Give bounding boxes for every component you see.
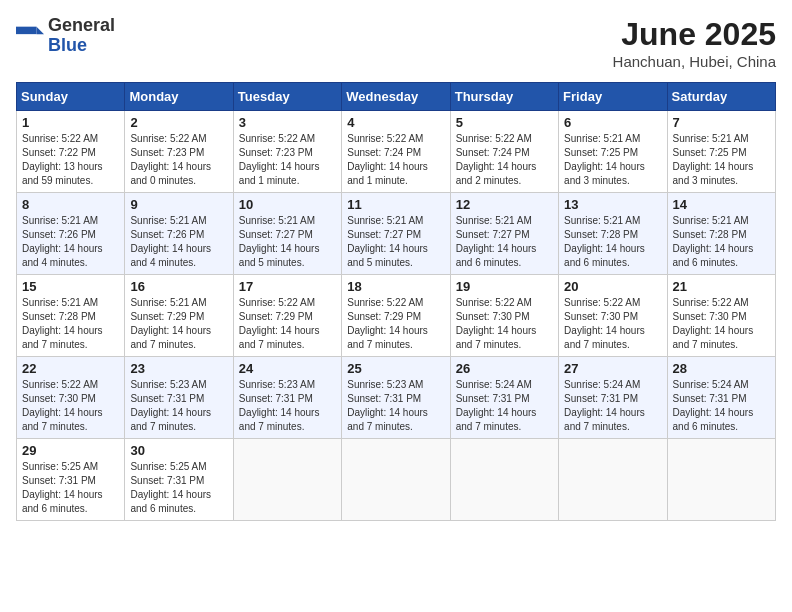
day-number: 9 <box>130 197 227 212</box>
day-detail: Sunrise: 5:22 AMSunset: 7:23 PMDaylight:… <box>130 133 211 186</box>
logo-text: General Blue <box>48 16 115 56</box>
day-number: 6 <box>564 115 661 130</box>
table-row: 1 Sunrise: 5:22 AMSunset: 7:22 PMDayligh… <box>17 111 125 193</box>
header-monday: Monday <box>125 83 233 111</box>
table-row: 2 Sunrise: 5:22 AMSunset: 7:23 PMDayligh… <box>125 111 233 193</box>
day-detail: Sunrise: 5:25 AMSunset: 7:31 PMDaylight:… <box>130 461 211 514</box>
table-row: 28 Sunrise: 5:24 AMSunset: 7:31 PMDaylig… <box>667 357 775 439</box>
table-row: 3 Sunrise: 5:22 AMSunset: 7:23 PMDayligh… <box>233 111 341 193</box>
day-detail: Sunrise: 5:21 AMSunset: 7:28 PMDaylight:… <box>673 215 754 268</box>
table-row: 19 Sunrise: 5:22 AMSunset: 7:30 PMDaylig… <box>450 275 558 357</box>
weekday-header-row: Sunday Monday Tuesday Wednesday Thursday… <box>17 83 776 111</box>
day-detail: Sunrise: 5:22 AMSunset: 7:29 PMDaylight:… <box>347 297 428 350</box>
day-detail: Sunrise: 5:21 AMSunset: 7:28 PMDaylight:… <box>22 297 103 350</box>
day-detail: Sunrise: 5:22 AMSunset: 7:22 PMDaylight:… <box>22 133 103 186</box>
day-number: 28 <box>673 361 770 376</box>
day-number: 14 <box>673 197 770 212</box>
day-detail: Sunrise: 5:22 AMSunset: 7:30 PMDaylight:… <box>456 297 537 350</box>
day-detail: Sunrise: 5:21 AMSunset: 7:29 PMDaylight:… <box>130 297 211 350</box>
calendar-row: 8 Sunrise: 5:21 AMSunset: 7:26 PMDayligh… <box>17 193 776 275</box>
logo-general: General <box>48 16 115 36</box>
table-row: 13 Sunrise: 5:21 AMSunset: 7:28 PMDaylig… <box>559 193 667 275</box>
day-number: 2 <box>130 115 227 130</box>
day-number: 4 <box>347 115 444 130</box>
table-row: 8 Sunrise: 5:21 AMSunset: 7:26 PMDayligh… <box>17 193 125 275</box>
day-detail: Sunrise: 5:21 AMSunset: 7:26 PMDaylight:… <box>22 215 103 268</box>
table-row: 18 Sunrise: 5:22 AMSunset: 7:29 PMDaylig… <box>342 275 450 357</box>
day-detail: Sunrise: 5:21 AMSunset: 7:27 PMDaylight:… <box>239 215 320 268</box>
logo-icon <box>16 22 44 50</box>
table-row: 4 Sunrise: 5:22 AMSunset: 7:24 PMDayligh… <box>342 111 450 193</box>
table-row: 20 Sunrise: 5:22 AMSunset: 7:30 PMDaylig… <box>559 275 667 357</box>
day-number: 17 <box>239 279 336 294</box>
logo-blue: Blue <box>48 36 115 56</box>
day-detail: Sunrise: 5:21 AMSunset: 7:27 PMDaylight:… <box>456 215 537 268</box>
day-detail: Sunrise: 5:24 AMSunset: 7:31 PMDaylight:… <box>456 379 537 432</box>
table-row: 5 Sunrise: 5:22 AMSunset: 7:24 PMDayligh… <box>450 111 558 193</box>
day-number: 20 <box>564 279 661 294</box>
table-row: 25 Sunrise: 5:23 AMSunset: 7:31 PMDaylig… <box>342 357 450 439</box>
day-number: 7 <box>673 115 770 130</box>
empty-cell <box>667 439 775 521</box>
header-tuesday: Tuesday <box>233 83 341 111</box>
day-number: 24 <box>239 361 336 376</box>
day-number: 11 <box>347 197 444 212</box>
day-detail: Sunrise: 5:22 AMSunset: 7:30 PMDaylight:… <box>22 379 103 432</box>
day-detail: Sunrise: 5:22 AMSunset: 7:30 PMDaylight:… <box>673 297 754 350</box>
day-number: 1 <box>22 115 119 130</box>
month-title: June 2025 <box>613 16 776 53</box>
day-detail: Sunrise: 5:24 AMSunset: 7:31 PMDaylight:… <box>564 379 645 432</box>
empty-cell <box>559 439 667 521</box>
day-detail: Sunrise: 5:23 AMSunset: 7:31 PMDaylight:… <box>130 379 211 432</box>
header-wednesday: Wednesday <box>342 83 450 111</box>
empty-cell <box>450 439 558 521</box>
calendar-row: 1 Sunrise: 5:22 AMSunset: 7:22 PMDayligh… <box>17 111 776 193</box>
day-number: 26 <box>456 361 553 376</box>
day-number: 29 <box>22 443 119 458</box>
day-number: 21 <box>673 279 770 294</box>
day-number: 12 <box>456 197 553 212</box>
table-row: 26 Sunrise: 5:24 AMSunset: 7:31 PMDaylig… <box>450 357 558 439</box>
table-row: 21 Sunrise: 5:22 AMSunset: 7:30 PMDaylig… <box>667 275 775 357</box>
day-number: 30 <box>130 443 227 458</box>
empty-cell <box>342 439 450 521</box>
header-sunday: Sunday <box>17 83 125 111</box>
svg-marker-0 <box>37 26 44 33</box>
table-row: 10 Sunrise: 5:21 AMSunset: 7:27 PMDaylig… <box>233 193 341 275</box>
day-detail: Sunrise: 5:21 AMSunset: 7:27 PMDaylight:… <box>347 215 428 268</box>
table-row: 24 Sunrise: 5:23 AMSunset: 7:31 PMDaylig… <box>233 357 341 439</box>
table-row: 6 Sunrise: 5:21 AMSunset: 7:25 PMDayligh… <box>559 111 667 193</box>
table-row: 12 Sunrise: 5:21 AMSunset: 7:27 PMDaylig… <box>450 193 558 275</box>
day-number: 18 <box>347 279 444 294</box>
day-number: 8 <box>22 197 119 212</box>
table-row: 23 Sunrise: 5:23 AMSunset: 7:31 PMDaylig… <box>125 357 233 439</box>
day-detail: Sunrise: 5:21 AMSunset: 7:25 PMDaylight:… <box>673 133 754 186</box>
table-row: 17 Sunrise: 5:22 AMSunset: 7:29 PMDaylig… <box>233 275 341 357</box>
day-number: 22 <box>22 361 119 376</box>
day-detail: Sunrise: 5:22 AMSunset: 7:24 PMDaylight:… <box>347 133 428 186</box>
logo: General Blue <box>16 16 115 56</box>
table-row: 30 Sunrise: 5:25 AMSunset: 7:31 PMDaylig… <box>125 439 233 521</box>
day-detail: Sunrise: 5:21 AMSunset: 7:28 PMDaylight:… <box>564 215 645 268</box>
day-detail: Sunrise: 5:21 AMSunset: 7:25 PMDaylight:… <box>564 133 645 186</box>
day-detail: Sunrise: 5:22 AMSunset: 7:23 PMDaylight:… <box>239 133 320 186</box>
header-saturday: Saturday <box>667 83 775 111</box>
day-number: 25 <box>347 361 444 376</box>
empty-cell <box>233 439 341 521</box>
title-block: June 2025 Hanchuan, Hubei, China <box>613 16 776 70</box>
svg-rect-1 <box>16 26 37 33</box>
day-number: 10 <box>239 197 336 212</box>
day-detail: Sunrise: 5:21 AMSunset: 7:26 PMDaylight:… <box>130 215 211 268</box>
day-number: 16 <box>130 279 227 294</box>
header-thursday: Thursday <box>450 83 558 111</box>
location: Hanchuan, Hubei, China <box>613 53 776 70</box>
day-number: 5 <box>456 115 553 130</box>
table-row: 29 Sunrise: 5:25 AMSunset: 7:31 PMDaylig… <box>17 439 125 521</box>
calendar-row: 22 Sunrise: 5:22 AMSunset: 7:30 PMDaylig… <box>17 357 776 439</box>
calendar-row: 29 Sunrise: 5:25 AMSunset: 7:31 PMDaylig… <box>17 439 776 521</box>
day-detail: Sunrise: 5:22 AMSunset: 7:24 PMDaylight:… <box>456 133 537 186</box>
day-detail: Sunrise: 5:22 AMSunset: 7:30 PMDaylight:… <box>564 297 645 350</box>
day-detail: Sunrise: 5:24 AMSunset: 7:31 PMDaylight:… <box>673 379 754 432</box>
day-number: 23 <box>130 361 227 376</box>
day-detail: Sunrise: 5:23 AMSunset: 7:31 PMDaylight:… <box>347 379 428 432</box>
